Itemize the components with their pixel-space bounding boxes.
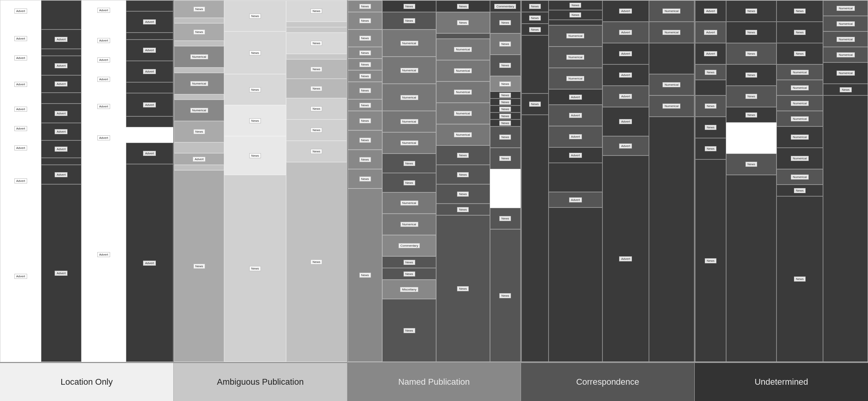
named-c4-r6: News xyxy=(490,92,521,99)
named-c2-r10: Numerical xyxy=(382,192,436,214)
und-c3-r4: Numerical xyxy=(777,64,823,80)
loc-c4-r10: Advert xyxy=(126,143,173,164)
named-c1-r10: News xyxy=(348,130,382,150)
und-c1-r8: News xyxy=(695,138,726,159)
und-c3-r9: Numerical xyxy=(777,148,823,169)
amb-c1-r8 xyxy=(174,94,224,100)
corr-c4-r2: Numerical xyxy=(649,22,694,43)
corr-c2-r9: Advert xyxy=(549,126,602,147)
amb-c2-r3: News xyxy=(224,74,286,105)
corr-c4-r1: Numerical xyxy=(649,0,694,22)
und-c4-r1: Numerical xyxy=(823,0,868,16)
named-c3-r1: News xyxy=(436,0,490,12)
und-c3-r3: News xyxy=(777,43,823,64)
corr-c3-r3: Advert xyxy=(602,43,649,64)
und-c1-r2: Advert xyxy=(695,22,726,43)
legend-undetermined-label: Undetermined xyxy=(754,377,808,387)
legend-named-label: Named Publication xyxy=(398,377,470,387)
corr-c3-r2: Advert xyxy=(602,22,649,43)
und-c2-r2: News xyxy=(726,22,777,43)
und-c1-r1: Advert xyxy=(695,0,726,22)
und-c3-r12: News xyxy=(777,196,823,362)
corr-col-1: News News News News xyxy=(521,0,549,362)
legend-named: Named Publication xyxy=(347,363,521,401)
loc-c1-r12: Advert xyxy=(0,171,41,190)
loc-c4-r5: Advert xyxy=(126,61,173,82)
amb-c3-r3 xyxy=(286,27,347,33)
loc-c1-r9: Advert xyxy=(0,119,41,138)
loc-c3-r2 xyxy=(81,20,126,31)
amb-c1-r10: News xyxy=(174,121,224,142)
amb-c1-r1: News xyxy=(174,0,224,18)
loc-c4-r9 xyxy=(126,127,173,143)
loc-c4-r1 xyxy=(126,0,173,11)
und-c3-r8: Numerical xyxy=(777,126,823,148)
loc-c2-r7: Advert xyxy=(41,104,82,123)
named-c4-r14: News xyxy=(490,208,521,229)
loc-c1-r3: Advert xyxy=(0,29,41,48)
corr-c2-r2: News xyxy=(549,10,602,20)
loc-c3-r8 xyxy=(81,117,126,128)
loc-c3-r5: Advert xyxy=(81,69,126,89)
amb-c3-r6: News xyxy=(286,59,347,79)
section-correspondence: News News News News News News Numerical … xyxy=(521,0,695,362)
named-c1-r2: News xyxy=(348,12,382,29)
named-c4-r13 xyxy=(490,169,521,208)
named-c2-r7: Numerical xyxy=(382,132,436,154)
amb-c1-r14: News xyxy=(174,170,224,362)
legend-ambiguous-label: Ambiguous Publication xyxy=(217,377,304,387)
named-c2-r14: News xyxy=(382,268,436,280)
named-c1-r3: News xyxy=(348,29,382,47)
named-c4-r11: News xyxy=(490,126,521,148)
named-c4-r15: News xyxy=(490,229,521,362)
legend-ambiguous: Ambiguous Publication xyxy=(174,363,347,401)
und-col-3: News News News Numerical Numerical Numer… xyxy=(777,0,823,362)
chart-area: Advert Advert Advert Advert Advert Adver… xyxy=(0,0,868,362)
corr-c2-r13 xyxy=(549,207,602,362)
und-c2-r1: News xyxy=(726,0,777,22)
und-c2-r4: News xyxy=(726,64,777,86)
named-c3-r12: News xyxy=(436,204,490,215)
und-c2-r6: News xyxy=(726,107,777,123)
loc-c2-r11: Advert xyxy=(41,165,82,184)
und-c3-r2: News xyxy=(777,22,823,43)
named-c1-r5: News xyxy=(348,59,382,70)
named-c1-r8: News xyxy=(348,99,382,111)
named-c1-r12: News xyxy=(348,169,382,188)
legend-undetermined: Undetermined xyxy=(695,363,868,401)
und-c3-r5: Numerical xyxy=(777,80,823,95)
loc-c2-r9: Advert xyxy=(41,140,82,158)
named-c2-r4: Numerical xyxy=(382,57,436,84)
corr-c3-r4: Advert xyxy=(602,64,649,86)
named-c3-r4: Numerical xyxy=(436,39,490,60)
named-c1-r9: News xyxy=(348,111,382,130)
section-named: News News News News News News News News … xyxy=(348,0,521,362)
und-c2-r7 xyxy=(726,123,777,154)
und-c2-r3: News xyxy=(726,43,777,64)
loc-c1-r1: Advert xyxy=(0,0,41,22)
named-c4-r7: News xyxy=(490,99,521,105)
loc-c1-r4: Advert xyxy=(0,48,41,67)
loc-c2-r4: Advert xyxy=(41,56,82,75)
amb-c2-r1: News xyxy=(224,0,286,31)
named-c2-r16: News xyxy=(382,299,436,362)
corr-c3-r8: Advert xyxy=(602,156,649,362)
named-c2-r1: News xyxy=(382,0,436,12)
amb-c3-r2 xyxy=(286,22,347,27)
amb-c3-r1: News xyxy=(286,0,347,22)
named-c2-r6: Numerical xyxy=(382,111,436,132)
named-c3-r13: News xyxy=(436,215,490,362)
amb-c2-r5: News xyxy=(224,136,286,175)
corr-c2-r5: Numerical xyxy=(549,47,602,68)
named-c2-r8: News xyxy=(382,154,436,173)
named-c3-r6: Numerical xyxy=(436,81,490,103)
named-c2-r12: Commentary xyxy=(382,235,436,256)
und-col-4: Numerical Numerical Numerical Numerical … xyxy=(823,0,868,362)
corr-c1-r2: News xyxy=(521,12,549,24)
und-c1-r9: News xyxy=(695,159,726,362)
section-ambiguous: News News Numerical Numerical Numerical … xyxy=(174,0,348,362)
legend-area: Location Only Ambiguous Publication Name… xyxy=(0,362,868,401)
loc-c4-r3 xyxy=(126,33,173,40)
loc-c1-r8: Advert xyxy=(0,99,41,119)
loc-c4-r8 xyxy=(126,116,173,127)
